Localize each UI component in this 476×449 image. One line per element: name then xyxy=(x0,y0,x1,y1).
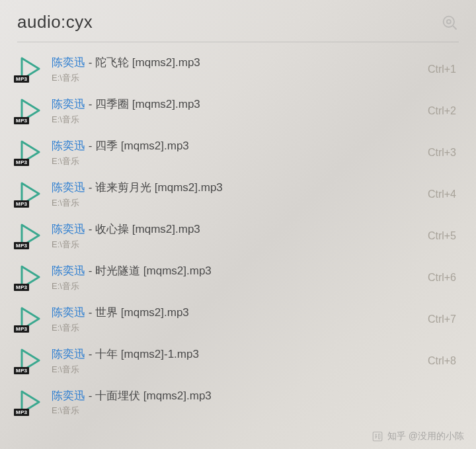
file-name-rest: - 四季 [mqms2].mp3 xyxy=(85,140,189,152)
result-title: 陈奕迅 - 陀飞轮 [mqms2].mp3 xyxy=(52,56,418,71)
mp3-badge: MP3 xyxy=(14,367,29,374)
audio-file-icon: MP3 xyxy=(17,140,42,165)
result-text: 陈奕迅 - 四季 [mqms2].mp3E:\音乐 xyxy=(52,139,418,167)
result-path: E:\音乐 xyxy=(52,239,418,251)
file-name-rest: - 十年 [mqms2]-1.mp3 xyxy=(85,348,199,360)
result-item[interactable]: MP3陈奕迅 - 十面埋伏 [mqms2].mp3E:\音乐 xyxy=(17,382,459,424)
zhihu-logo-icon xyxy=(372,430,383,442)
artist-name: 陈奕迅 xyxy=(52,306,85,319)
search-icon[interactable] xyxy=(440,13,459,32)
mp3-badge: MP3 xyxy=(14,200,29,208)
audio-file-icon: MP3 xyxy=(17,57,42,82)
artist-name: 陈奕迅 xyxy=(52,265,85,277)
result-title: 陈奕迅 - 四季圈 [mqms2].mp3 xyxy=(52,97,418,112)
result-item[interactable]: MP3陈奕迅 - 时光隧道 [mqms2].mp3E:\音乐Ctrl+6 xyxy=(17,257,459,299)
mp3-badge: MP3 xyxy=(14,325,29,333)
file-name-rest: - 世界 [mqms2].mp3 xyxy=(85,306,189,319)
result-item[interactable]: MP3陈奕迅 - 十年 [mqms2]-1.mp3E:\音乐Ctrl+8 xyxy=(17,341,459,382)
mp3-badge: MP3 xyxy=(14,409,29,416)
watermark: 知乎 @没用的小陈 xyxy=(372,430,464,442)
svg-rect-12 xyxy=(373,432,382,441)
result-path: E:\音乐 xyxy=(52,72,418,84)
audio-file-icon: MP3 xyxy=(17,224,42,249)
search-row xyxy=(17,12,459,42)
result-title: 陈奕迅 - 世界 [mqms2].mp3 xyxy=(52,306,418,321)
artist-name: 陈奕迅 xyxy=(52,389,85,402)
mp3-badge: MP3 xyxy=(14,284,29,291)
audio-file-icon: MP3 xyxy=(17,182,42,207)
file-name-rest: - 时光隧道 [mqms2].mp3 xyxy=(85,265,212,277)
result-text: 陈奕迅 - 十面埋伏 [mqms2].mp3E:\音乐 xyxy=(52,389,447,417)
mp3-badge: MP3 xyxy=(14,159,29,166)
result-path: E:\音乐 xyxy=(52,114,418,126)
result-text: 陈奕迅 - 四季圈 [mqms2].mp3E:\音乐 xyxy=(52,97,418,126)
artist-name: 陈奕迅 xyxy=(52,140,85,152)
svg-point-0 xyxy=(444,16,454,26)
result-path: E:\音乐 xyxy=(52,322,418,334)
watermark-text: 知乎 @没用的小陈 xyxy=(387,430,464,442)
result-path: E:\音乐 xyxy=(52,364,418,376)
result-item[interactable]: MP3陈奕迅 - 世界 [mqms2].mp3E:\音乐Ctrl+7 xyxy=(17,299,459,341)
result-path: E:\音乐 xyxy=(52,155,418,167)
result-title: 陈奕迅 - 十面埋伏 [mqms2].mp3 xyxy=(52,389,447,404)
result-text: 陈奕迅 - 陀飞轮 [mqms2].mp3E:\音乐 xyxy=(52,56,418,84)
mp3-badge: MP3 xyxy=(14,242,29,249)
mp3-badge: MP3 xyxy=(14,117,29,124)
shortcut-label: Ctrl+5 xyxy=(428,230,459,242)
search-input[interactable] xyxy=(17,12,387,32)
result-item[interactable]: MP3陈奕迅 - 四季圈 [mqms2].mp3E:\音乐Ctrl+2 xyxy=(17,91,459,132)
result-path: E:\音乐 xyxy=(52,405,447,417)
artist-name: 陈奕迅 xyxy=(52,56,85,69)
audio-file-icon: MP3 xyxy=(17,307,42,332)
result-text: 陈奕迅 - 谁来剪月光 [mqms2].mp3E:\音乐 xyxy=(52,181,418,209)
result-text: 陈奕迅 - 收心操 [mqms2].mp3E:\音乐 xyxy=(52,222,418,251)
mp3-badge: MP3 xyxy=(14,75,29,83)
artist-name: 陈奕迅 xyxy=(52,181,85,194)
artist-name: 陈奕迅 xyxy=(52,98,85,110)
result-title: 陈奕迅 - 谁来剪月光 [mqms2].mp3 xyxy=(52,181,418,196)
audio-file-icon: MP3 xyxy=(17,99,42,124)
audio-file-icon: MP3 xyxy=(17,265,42,290)
file-name-rest: - 四季圈 [mqms2].mp3 xyxy=(85,98,200,110)
shortcut-label: Ctrl+3 xyxy=(428,147,459,159)
file-name-rest: - 谁来剪月光 [mqms2].mp3 xyxy=(85,181,223,194)
shortcut-label: Ctrl+8 xyxy=(428,355,459,367)
result-item[interactable]: MP3陈奕迅 - 陀飞轮 [mqms2].mp3E:\音乐Ctrl+1 xyxy=(17,49,459,91)
svg-point-1 xyxy=(447,19,451,23)
audio-file-icon: MP3 xyxy=(17,348,42,374)
audio-file-icon: MP3 xyxy=(17,390,42,415)
artist-name: 陈奕迅 xyxy=(52,348,85,360)
svg-line-2 xyxy=(453,26,456,29)
result-title: 陈奕迅 - 四季 [mqms2].mp3 xyxy=(52,139,418,154)
result-title: 陈奕迅 - 十年 [mqms2]-1.mp3 xyxy=(52,347,418,362)
shortcut-label: Ctrl+7 xyxy=(428,313,459,325)
result-item[interactable]: MP3陈奕迅 - 四季 [mqms2].mp3E:\音乐Ctrl+3 xyxy=(17,132,459,174)
artist-name: 陈奕迅 xyxy=(52,223,85,235)
shortcut-label: Ctrl+2 xyxy=(428,105,459,117)
result-title: 陈奕迅 - 时光隧道 [mqms2].mp3 xyxy=(52,264,418,279)
file-name-rest: - 十面埋伏 [mqms2].mp3 xyxy=(85,389,212,402)
file-name-rest: - 陀飞轮 [mqms2].mp3 xyxy=(85,56,200,69)
file-name-rest: - 收心操 [mqms2].mp3 xyxy=(85,223,200,235)
result-path: E:\音乐 xyxy=(52,280,418,292)
shortcut-label: Ctrl+4 xyxy=(428,188,459,200)
result-path: E:\音乐 xyxy=(52,197,418,209)
results-list: MP3陈奕迅 - 陀飞轮 [mqms2].mp3E:\音乐Ctrl+1MP3陈奕… xyxy=(17,49,459,423)
result-text: 陈奕迅 - 十年 [mqms2]-1.mp3E:\音乐 xyxy=(52,347,418,376)
shortcut-label: Ctrl+6 xyxy=(428,272,459,284)
result-item[interactable]: MP3陈奕迅 - 谁来剪月光 [mqms2].mp3E:\音乐Ctrl+4 xyxy=(17,174,459,216)
result-item[interactable]: MP3陈奕迅 - 收心操 [mqms2].mp3E:\音乐Ctrl+5 xyxy=(17,216,459,257)
shortcut-label: Ctrl+1 xyxy=(428,63,459,75)
result-text: 陈奕迅 - 时光隧道 [mqms2].mp3E:\音乐 xyxy=(52,264,418,292)
result-title: 陈奕迅 - 收心操 [mqms2].mp3 xyxy=(52,222,418,237)
result-text: 陈奕迅 - 世界 [mqms2].mp3E:\音乐 xyxy=(52,306,418,334)
